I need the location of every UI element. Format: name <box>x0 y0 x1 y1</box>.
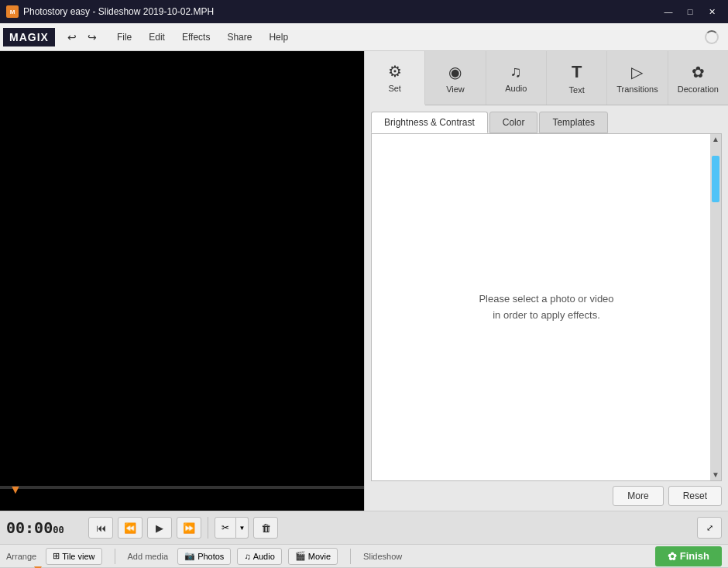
minimize-button[interactable]: — <box>658 4 678 19</box>
fast-forward-button[interactable]: ⏩ <box>177 517 201 539</box>
movie-label: Movie <box>308 552 331 561</box>
menu-effects[interactable]: Effects <box>174 29 218 46</box>
cut-btn-group: ✂ ▼ <box>215 517 249 539</box>
transitions-icon: ▷ <box>631 63 643 81</box>
cut-dropdown-button[interactable]: ▼ <box>236 517 249 539</box>
tab-decoration-label: Decoration <box>678 84 719 94</box>
audio-button[interactable]: ♫ Audio <box>237 548 281 565</box>
scroll-down-arrow[interactable]: ▼ <box>710 470 721 480</box>
magix-logo: MAGIX <box>3 28 55 46</box>
tab-transitions-label: Transitions <box>616 84 658 94</box>
tab-view-label: View <box>446 84 465 94</box>
maximize-button[interactable]: □ <box>680 4 700 19</box>
redo-button[interactable]: ↪ <box>83 28 101 46</box>
photos-button[interactable]: 📷 Photos <box>177 548 231 565</box>
effect-actions: More Reset <box>365 481 728 511</box>
tile-view-button[interactable]: ⊞ Tile view <box>46 548 101 565</box>
decoration-icon: ✿ <box>692 63 705 81</box>
scrollbar-right[interactable]: ▲ ▼ <box>710 134 721 480</box>
tab-decoration[interactable]: ✿ Decoration <box>668 51 728 105</box>
tab-transitions[interactable]: ▷ Transitions <box>607 51 668 105</box>
tab-set-label: Set <box>388 84 401 93</box>
tab-set[interactable]: ⚙ Set <box>365 51 425 105</box>
timecode-main: 00:00 <box>6 518 53 537</box>
timecode-sub: 00 <box>53 525 64 535</box>
timecode-bar <box>0 486 364 489</box>
tile-view-label: Tile view <box>62 552 94 561</box>
effect-content: Please select a photo or video in order … <box>371 133 722 481</box>
video-screen <box>0 51 364 511</box>
tab-view[interactable]: ◉ View <box>425 51 486 105</box>
movie-icon: 🎬 <box>295 551 306 561</box>
skip-back-button[interactable]: ⏮ <box>88 517 113 539</box>
more-button[interactable]: More <box>613 486 663 506</box>
window-title: Photostory easy - Slideshow 2019-10-02.M… <box>23 6 214 17</box>
arrange-separator1 <box>115 549 115 564</box>
effect-tab-color[interactable]: Color <box>489 112 538 133</box>
photos-icon: 📷 <box>184 551 195 561</box>
expand-button[interactable]: ⤢ <box>697 517 722 539</box>
set-icon: ⚙ <box>388 62 402 81</box>
main-content: ▼ ⚙ Set ◉ View ♫ Audio T Text ▷ Tran <box>0 51 728 511</box>
loading-spinner <box>705 30 719 44</box>
video-preview: ▼ <box>0 51 364 511</box>
effect-tab-templates[interactable]: Templates <box>539 112 608 133</box>
audio-icon: ♫ <box>244 552 250 561</box>
arrange-separator2 <box>350 549 351 564</box>
effect-message: Please select a photo or video in order … <box>479 291 613 324</box>
undo-redo-group: ↩ ↪ <box>63 28 101 46</box>
add-media-label: Add media <box>128 552 169 561</box>
app-icon: M <box>6 5 19 18</box>
rewind-button[interactable]: ⏪ <box>118 517 143 539</box>
slideshow-label: Slideshow <box>363 552 402 561</box>
menu-bar: MAGIX ↩ ↪ File Edit Effects Share Help <box>0 23 728 51</box>
menu-file[interactable]: File <box>109 29 139 46</box>
color-tab-label: Color <box>503 117 525 128</box>
transport-separator <box>208 517 208 539</box>
text-icon: T <box>572 62 582 82</box>
undo-button[interactable]: ↩ <box>63 28 81 46</box>
tab-audio-label: Audio <box>505 84 527 93</box>
timecode-thumb: ▼ <box>9 483 22 497</box>
window-controls: — □ ✕ <box>658 4 722 19</box>
delete-button[interactable]: 🗑 <box>253 517 278 539</box>
brightness-tab-label: Brightness & Contrast <box>384 117 475 128</box>
title-bar: M Photostory easy - Slideshow 2019-10-02… <box>0 0 728 23</box>
tab-text-label: Text <box>569 85 585 95</box>
effect-message-line2: in order to apply effects. <box>479 308 613 324</box>
scroll-up-arrow[interactable]: ▲ <box>710 134 721 145</box>
play-button[interactable]: ▶ <box>147 517 172 539</box>
right-panel: ⚙ Set ◉ View ♫ Audio T Text ▷ Transition… <box>364 51 728 511</box>
tile-view-icon: ⊞ <box>53 551 60 561</box>
effect-message-line1: Please select a photo or video <box>479 291 613 308</box>
finish-button[interactable]: ✿ Finish <box>655 546 722 566</box>
audio-label: Audio <box>253 552 275 561</box>
menu-share[interactable]: Share <box>219 29 259 46</box>
finish-label: Finish <box>680 550 709 562</box>
movie-button[interactable]: 🎬 Movie <box>288 548 338 565</box>
transport-bar: 00:0000 ⏮ ⏪ ▶ ⏩ ✂ ▼ 🗑 ⤢ <box>0 511 728 545</box>
photos-label: Photos <box>197 552 224 561</box>
effect-tab-brightness[interactable]: Brightness & Contrast <box>371 112 488 133</box>
scrollbar-thumb[interactable] <box>712 156 719 202</box>
finish-icon: ✿ <box>668 550 677 563</box>
tool-tabs: ⚙ Set ◉ View ♫ Audio T Text ▷ Transition… <box>365 51 728 105</box>
tab-text[interactable]: T Text <box>547 51 607 105</box>
effect-tabs: Brightness & Contrast Color Templates <box>365 105 728 133</box>
arrange-label: Arrange <box>6 552 36 561</box>
menu-help[interactable]: Help <box>261 29 296 46</box>
close-button[interactable]: ✕ <box>702 4 722 19</box>
tab-audio[interactable]: ♫ Audio <box>486 51 547 105</box>
arrange-bar: Arrange ⊞ Tile view Add media 📷 Photos ♫… <box>0 545 728 568</box>
reset-button[interactable]: Reset <box>668 486 722 506</box>
view-icon: ◉ <box>448 63 462 81</box>
menu-edit[interactable]: Edit <box>141 29 173 46</box>
audio-icon: ♫ <box>510 63 522 81</box>
cut-button[interactable]: ✂ <box>215 517 236 539</box>
templates-tab-label: Templates <box>552 117 595 128</box>
timecode-display: 00:0000 <box>6 518 84 537</box>
